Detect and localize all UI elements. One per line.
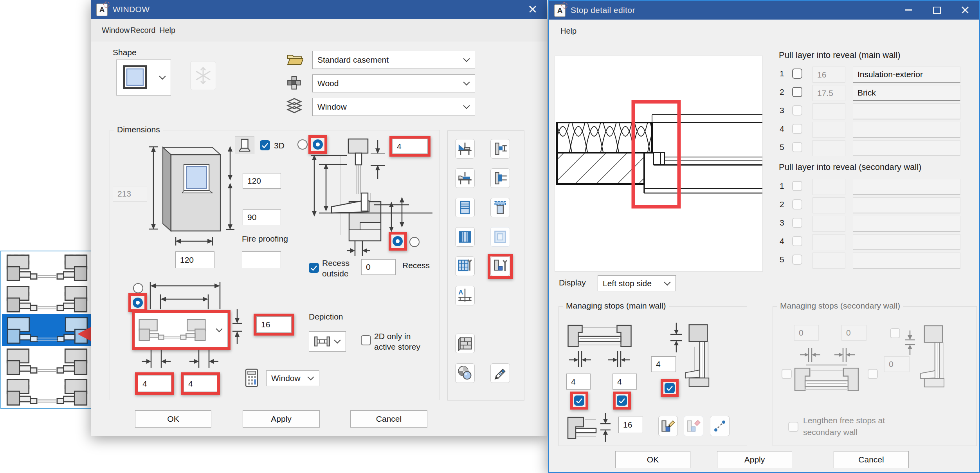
layer-select[interactable]: Window bbox=[312, 98, 475, 116]
sill-exterior-icon bbox=[458, 141, 472, 156]
wall-section-icon bbox=[238, 138, 252, 153]
ok-button[interactable]: OK bbox=[615, 451, 690, 468]
edit-stop-button[interactable] bbox=[658, 416, 678, 436]
lengthen-label-2: secondary wall bbox=[803, 428, 858, 437]
pull-main-row-checkbox[interactable] bbox=[792, 69, 802, 79]
main-stop-right-checkbox[interactable] bbox=[617, 395, 627, 406]
sill-board-button[interactable] bbox=[455, 168, 475, 188]
surface-button[interactable] bbox=[455, 363, 475, 383]
height-dim-arrow bbox=[149, 146, 158, 230]
stop-style-dropdown-highlight bbox=[132, 310, 231, 350]
shape-preview-dropdown[interactable] bbox=[116, 60, 171, 96]
recess-outside-checkbox[interactable] bbox=[309, 263, 319, 273]
menu-help[interactable]: Help bbox=[159, 19, 175, 42]
calculator-icon[interactable] bbox=[245, 368, 258, 387]
stop-right-field[interactable]: 4 bbox=[184, 375, 217, 392]
reveal-depth-field[interactable]: 4 bbox=[392, 139, 428, 154]
cancel-button[interactable]: Cancel bbox=[350, 410, 427, 428]
window-style-select[interactable]: Standard casement bbox=[312, 51, 475, 69]
label-dimension-icon: A bbox=[457, 288, 473, 303]
pull-sec-row-thickness bbox=[812, 197, 845, 213]
check-icon bbox=[262, 143, 268, 148]
stop-left-field[interactable]: 4 bbox=[138, 375, 171, 392]
fire-proofing-label: Fire proofing bbox=[242, 234, 288, 244]
edit-stop-icon bbox=[660, 418, 676, 434]
recess-radio-on[interactable] bbox=[393, 236, 403, 246]
masonry-button[interactable] bbox=[455, 334, 475, 353]
stop-depth-field[interactable]: 16 bbox=[256, 316, 292, 333]
wall-opening-toggle[interactable] bbox=[235, 136, 254, 154]
stop-detail-editor-button[interactable] bbox=[490, 256, 510, 276]
chevron-down-icon bbox=[664, 279, 671, 285]
material-icon[interactable] bbox=[286, 74, 303, 92]
stop-preview-canvas[interactable] bbox=[555, 56, 763, 272]
main-stop-right-field[interactable]: 4 bbox=[612, 374, 637, 390]
stop-type-option[interactable] bbox=[2, 283, 92, 314]
parapet-height-field[interactable]: 90 bbox=[243, 209, 281, 225]
width-field[interactable]: 120 bbox=[175, 251, 214, 268]
pull-main-row-material[interactable]: Insulation-exterior bbox=[853, 67, 960, 83]
menu-record[interactable]: Record bbox=[130, 19, 155, 42]
fire-proofing-field[interactable] bbox=[242, 251, 281, 268]
sill-exterior-button[interactable] bbox=[455, 139, 475, 159]
main-stop-top-field[interactable]: 4 bbox=[651, 356, 676, 372]
recess-radio-off[interactable] bbox=[409, 237, 420, 247]
menu-window[interactable]: Window bbox=[102, 19, 130, 42]
wall-stop-section-drawing bbox=[555, 56, 762, 271]
format-button[interactable] bbox=[490, 363, 510, 383]
roller-shutter-button[interactable] bbox=[455, 198, 475, 217]
3d-checkbox[interactable] bbox=[260, 140, 270, 150]
lintel-stop-2-button[interactable] bbox=[490, 168, 510, 188]
stop-type-option[interactable] bbox=[2, 346, 92, 377]
main-stop-left-field[interactable]: 4 bbox=[566, 374, 591, 390]
maximize-icon[interactable] bbox=[928, 1, 946, 19]
pull-main-row-checkbox[interactable] bbox=[792, 87, 802, 97]
pull-sec-row-checkbox bbox=[792, 199, 802, 209]
cancel-button[interactable]: Cancel bbox=[834, 451, 909, 468]
main-stop-left-checkbox[interactable] bbox=[574, 395, 584, 406]
freeze-button[interactable] bbox=[190, 61, 216, 90]
stop-type-thumbnail bbox=[4, 253, 90, 282]
stop-depth-dim-arrow bbox=[232, 309, 243, 345]
lintel-stop-button[interactable] bbox=[490, 139, 510, 159]
pull-main-title: Pull layer into reveal (main wall) bbox=[779, 50, 901, 60]
minimize-icon[interactable] bbox=[899, 1, 918, 19]
window-faded-button bbox=[490, 227, 510, 247]
close-icon[interactable] bbox=[956, 1, 975, 19]
pull-sec-row-index: 1 bbox=[780, 181, 784, 191]
stop-style-dropdown[interactable] bbox=[135, 313, 228, 347]
stop-editor-titlebar[interactable]: A Stop detail editor bbox=[549, 1, 979, 20]
recess-value-field[interactable]: 0 bbox=[361, 259, 396, 275]
pull-main-row-material[interactable]: Brick bbox=[853, 85, 960, 101]
menu-help[interactable]: Help bbox=[560, 20, 576, 42]
window-dialog-titlebar[interactable]: A WINDOW bbox=[91, 0, 547, 19]
display-select[interactable]: Left stop side bbox=[598, 275, 676, 291]
main-side-diagram bbox=[685, 324, 712, 390]
apply-button[interactable]: Apply bbox=[243, 410, 320, 428]
sash-settings-button[interactable] bbox=[455, 256, 475, 276]
depiction-plan-icon bbox=[314, 336, 330, 347]
smart-symbol-button[interactable]: A bbox=[455, 286, 475, 305]
ok-button[interactable]: OK bbox=[135, 410, 211, 428]
stop-type-option[interactable] bbox=[2, 252, 92, 283]
chevron-down-icon bbox=[159, 73, 166, 80]
reveal-side-radio-off[interactable] bbox=[297, 139, 308, 150]
free-stop-line-button[interactable] bbox=[710, 416, 730, 436]
material-select[interactable]: Wood bbox=[312, 74, 475, 92]
depiction-select[interactable] bbox=[309, 331, 346, 352]
element-type-select[interactable]: Window bbox=[266, 370, 319, 386]
pull-secondary-title: Pull layer into reveal (secondary wall) bbox=[779, 162, 921, 172]
open-folder-icon[interactable] bbox=[286, 52, 303, 67]
stop-mode-radio-off[interactable] bbox=[133, 283, 143, 293]
stop-mode-radio-on[interactable] bbox=[133, 298, 143, 308]
main-stop-top-checkbox[interactable] bbox=[665, 383, 675, 393]
stop-type-option[interactable] bbox=[2, 377, 92, 407]
layer-icon[interactable] bbox=[286, 97, 303, 115]
mullion-window-button[interactable] bbox=[455, 227, 475, 247]
main-stop-depth-field[interactable]: 16 bbox=[618, 417, 643, 433]
shutter-button[interactable] bbox=[490, 198, 510, 217]
lintel-height-field[interactable]: 120 bbox=[243, 173, 281, 189]
apply-button[interactable]: Apply bbox=[717, 451, 792, 468]
2d-active-storey-checkbox[interactable] bbox=[361, 335, 371, 345]
close-icon[interactable] bbox=[523, 0, 542, 18]
